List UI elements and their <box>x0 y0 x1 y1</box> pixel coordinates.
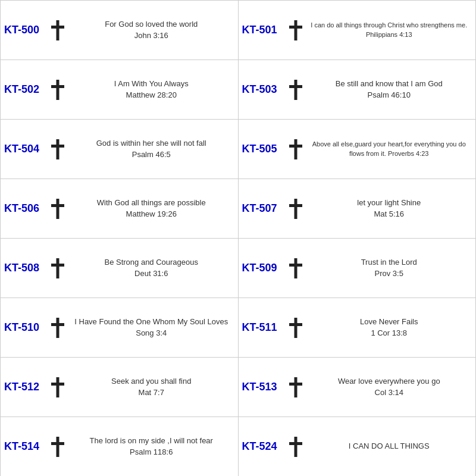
verse-text: Be Strong and Courageous Deut 31:6 <box>68 257 234 278</box>
verse-text: let your light Shine Mat 5:16 <box>306 198 472 219</box>
verse-text: Above all else,guard your heart,for ever… <box>306 140 472 158</box>
product-cell[interactable]: KT-508 Be Strong and Courageous Deut 31:… <box>1 239 239 298</box>
product-id: KT-514 <box>4 440 47 453</box>
product-cell[interactable]: KT-507 let your light Shine Mat 5:16 <box>239 179 477 239</box>
product-id: KT-502 <box>4 83 47 96</box>
cross-icon <box>47 377 68 397</box>
product-id: KT-513 <box>242 381 285 393</box>
product-cell[interactable]: KT-510 I Have Found the One Whom My Soul… <box>1 298 239 358</box>
verse-text: Trust in the Lord Prov 3:5 <box>306 257 472 278</box>
verse-text: For God so loved the world John 3:16 <box>68 19 234 40</box>
verse-text: Wear love everywhere you go Col 3:14 <box>306 376 472 397</box>
product-cell[interactable]: KT-513 Wear love everywhere you go Col 3… <box>239 358 477 417</box>
product-id: KT-508 <box>4 262 47 274</box>
product-id: KT-505 <box>242 143 285 155</box>
cross-icon <box>47 318 68 338</box>
cross-icon <box>285 20 306 40</box>
product-cell[interactable]: KT-506 With God all things are possible … <box>1 179 239 239</box>
product-cell[interactable]: KT-524 I CAN DO ALL THINGS <box>239 417 477 476</box>
product-id: KT-507 <box>242 202 285 215</box>
cross-icon <box>47 80 68 100</box>
product-cell[interactable]: KT-512 Seek and you shall find Mat 7:7 <box>1 358 239 417</box>
product-id: KT-503 <box>242 83 285 96</box>
product-cell[interactable]: KT-504 God is within her she will not fa… <box>1 120 239 179</box>
cross-icon <box>285 80 306 100</box>
verse-text: With God all things are possible Matthew… <box>68 198 234 219</box>
verse-text: Be still and know that I am God Psalm 46… <box>306 79 472 100</box>
cross-icon <box>47 258 68 278</box>
product-id: KT-506 <box>4 202 47 215</box>
product-id: KT-504 <box>4 143 47 155</box>
product-cell[interactable]: KT-511 Love Never Fails 1 Cor 13:8 <box>239 298 477 358</box>
cross-icon <box>47 139 68 159</box>
product-cell[interactable]: KT-514 The lord is on my side ,I will no… <box>1 417 239 476</box>
verse-text: Seek and you shall find Mat 7:7 <box>68 376 234 397</box>
cross-icon <box>285 437 306 457</box>
cross-icon <box>47 437 68 457</box>
product-id: KT-512 <box>4 381 47 393</box>
product-id: KT-500 <box>4 24 47 36</box>
verse-text: God is within her she will not fall Psal… <box>68 138 234 159</box>
verse-text: I Have Found the One Whom My Soul Loves … <box>68 317 234 338</box>
product-cell[interactable]: KT-502 I Am With You Always Matthew 28:2… <box>1 60 239 120</box>
product-id: KT-510 <box>4 321 47 334</box>
product-id: KT-511 <box>242 321 285 334</box>
cross-icon <box>47 199 68 219</box>
cross-icon <box>285 377 306 397</box>
verse-text: The lord is on my side ,I will not fear … <box>68 436 234 457</box>
product-id: KT-501 <box>242 24 285 36</box>
product-cell[interactable]: KT-501 I can do all things through Chris… <box>239 1 477 60</box>
cross-icon <box>285 139 306 159</box>
product-cell[interactable]: KT-503 Be still and know that I am God P… <box>239 60 477 120</box>
verse-text: I Am With You Always Matthew 28:20 <box>68 79 234 100</box>
verse-text: I CAN DO ALL THINGS <box>306 441 472 452</box>
product-id: KT-524 <box>242 440 285 453</box>
verse-text: Love Never Fails 1 Cor 13:8 <box>306 317 472 338</box>
product-cell[interactable]: KT-509 Trust in the Lord Prov 3:5 <box>239 239 477 298</box>
cross-icon <box>285 318 306 338</box>
verse-text: I can do all things through Christ who s… <box>306 21 472 39</box>
product-cell[interactable]: KT-500 For God so loved the world John 3… <box>1 1 239 60</box>
product-grid: KT-500 For God so loved the world John 3… <box>0 0 476 476</box>
cross-icon <box>47 20 68 40</box>
cross-icon <box>285 199 306 219</box>
product-cell[interactable]: KT-505 Above all else,guard your heart,f… <box>239 120 477 179</box>
product-id: KT-509 <box>242 262 285 274</box>
cross-icon <box>285 258 306 278</box>
